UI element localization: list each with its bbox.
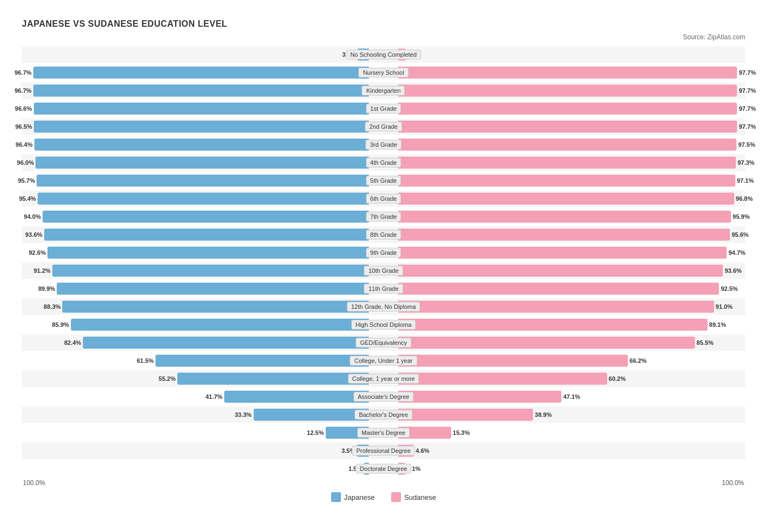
right-section: 97.1% xyxy=(398,172,745,189)
category-label: GED/Equivalency xyxy=(356,338,411,348)
blue-bar xyxy=(57,283,369,295)
value-right: 95.9% xyxy=(733,213,750,220)
label-section: Kindergarten xyxy=(369,86,398,95)
value-right: 94.7% xyxy=(728,249,745,256)
blue-bar xyxy=(224,391,369,403)
pink-bar xyxy=(398,121,738,133)
pink-bar xyxy=(398,373,607,385)
value-right: 47.1% xyxy=(563,393,580,400)
label-section: No Schooling Completed xyxy=(369,50,398,59)
right-section: 4.6% xyxy=(398,443,745,459)
value-right: 97.7% xyxy=(739,123,756,130)
left-section: 93.6% xyxy=(22,226,369,243)
label-section: 6th Grade xyxy=(369,194,398,204)
pink-bar xyxy=(398,139,737,151)
blue-bar xyxy=(33,85,369,97)
label-section: Nursery School xyxy=(369,68,398,77)
blue-bar xyxy=(33,67,369,79)
left-section: 91.2% xyxy=(22,262,369,279)
right-section: 92.5% xyxy=(398,280,745,297)
left-section: 41.7% xyxy=(22,388,369,405)
pink-bar xyxy=(398,157,736,169)
right-section: 94.7% xyxy=(398,244,745,261)
category-label: 10th Grade xyxy=(364,266,403,276)
bar-row: 95.7%5th Grade97.1% xyxy=(22,172,745,189)
category-label: 8th Grade xyxy=(366,230,402,240)
category-label: 9th Grade xyxy=(366,248,402,258)
pink-bar xyxy=(398,67,738,79)
value-right: 97.3% xyxy=(738,159,754,166)
value-left: 55.2% xyxy=(159,375,176,382)
pink-bar xyxy=(398,301,714,313)
legend-row: Japanese Sudanese xyxy=(22,492,745,502)
category-label: No Schooling Completed xyxy=(346,50,421,59)
label-section: Doctorate Degree xyxy=(369,464,398,474)
bar-row: 85.9%High School Diploma89.1% xyxy=(22,316,745,333)
bar-row: 94.0%7th Grade95.9% xyxy=(22,208,745,225)
category-label: 2nd Grade xyxy=(365,122,402,131)
right-section: 97.7% xyxy=(398,118,745,135)
bar-row: 55.2%College, 1 year or more60.2% xyxy=(22,370,745,387)
right-section: 60.2% xyxy=(398,370,745,387)
left-section: 95.7% xyxy=(22,172,369,189)
blue-bar xyxy=(47,247,369,259)
value-right: 96.8% xyxy=(736,195,753,202)
category-label: 6th Grade xyxy=(366,194,402,204)
right-section: 2.3% xyxy=(398,46,745,63)
pink-bar xyxy=(398,103,738,115)
pink-bar xyxy=(398,337,695,349)
value-left: 96.7% xyxy=(15,87,32,94)
value-left: 96.7% xyxy=(15,69,32,76)
left-section: 33.3% xyxy=(22,407,369,423)
bar-row: 96.5%2nd Grade97.7% xyxy=(22,118,745,135)
blue-bar xyxy=(155,355,369,367)
chart-area: 3.3%No Schooling Completed2.3%96.7%Nurse… xyxy=(22,46,745,477)
blue-bar xyxy=(52,265,369,277)
label-section: College, 1 year or more xyxy=(369,374,398,384)
left-section: 92.6% xyxy=(22,244,369,261)
right-section: 97.7% xyxy=(398,82,745,99)
value-right: 85.5% xyxy=(697,339,714,346)
right-section: 38.9% xyxy=(398,407,745,423)
category-label: 3rd Grade xyxy=(365,140,402,150)
category-label: High School Diploma xyxy=(351,320,416,330)
value-left: 12.5% xyxy=(307,429,324,436)
value-right: 97.7% xyxy=(739,105,756,112)
right-section: 93.6% xyxy=(398,262,745,279)
pink-bar xyxy=(398,193,734,205)
pink-bar xyxy=(398,283,720,295)
pink-bar xyxy=(398,409,534,421)
bar-row: 96.4%3rd Grade97.5% xyxy=(22,136,745,153)
pink-bar xyxy=(398,391,562,403)
bar-row: 89.9%11th Grade92.5% xyxy=(22,280,745,297)
right-section: 2.1% xyxy=(398,461,745,477)
category-label: Nursery School xyxy=(358,68,408,77)
label-section: Master's Degree xyxy=(369,428,398,438)
bar-row: 96.7%Nursery School97.7% xyxy=(22,64,745,81)
left-section: 96.5% xyxy=(22,118,369,135)
label-section: 5th Grade xyxy=(369,176,398,186)
category-label: 4th Grade xyxy=(366,158,402,168)
right-section: 97.7% xyxy=(398,64,745,81)
label-section: 11th Grade xyxy=(369,284,398,294)
blue-bar xyxy=(83,337,369,349)
bar-row: 96.0%4th Grade97.3% xyxy=(22,154,745,171)
category-label: Master's Degree xyxy=(357,428,410,438)
left-section: 85.9% xyxy=(22,316,369,333)
blue-bar xyxy=(177,373,369,385)
value-left: 88.3% xyxy=(44,303,61,310)
value-right: 15.3% xyxy=(453,429,470,436)
label-section: Professional Degree xyxy=(369,446,398,456)
bar-row: 95.4%6th Grade96.8% xyxy=(22,190,745,207)
value-right: 97.5% xyxy=(738,141,755,148)
left-section: 88.3% xyxy=(22,298,369,315)
value-left: 91.2% xyxy=(34,267,51,274)
label-section: High School Diploma xyxy=(369,320,398,330)
category-label: Professional Degree xyxy=(352,446,415,456)
category-label: 1st Grade xyxy=(366,104,401,113)
label-section: 12th Grade, No Diploma xyxy=(369,302,398,312)
legend-japanese: Japanese xyxy=(331,492,375,502)
value-left: 92.6% xyxy=(29,249,46,256)
bar-row: 3.5%Professional Degree4.6% xyxy=(22,443,745,459)
left-section: 12.5% xyxy=(22,425,369,441)
